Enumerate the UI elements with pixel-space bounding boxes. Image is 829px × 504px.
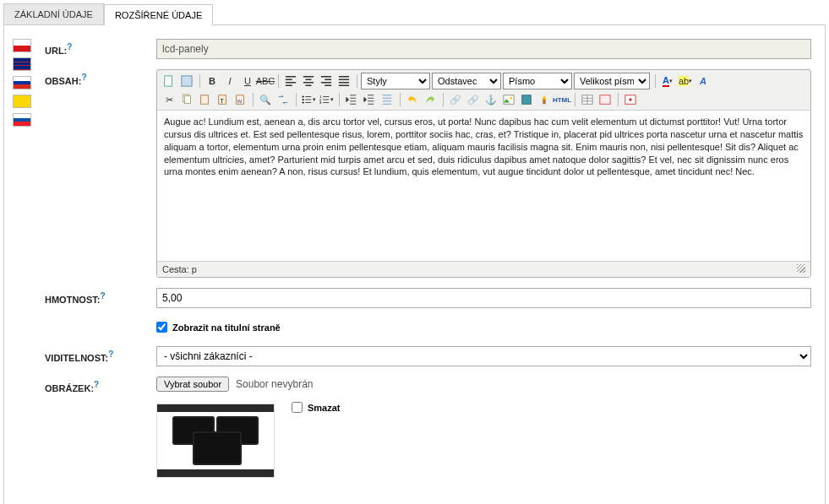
label-viditelnost: VIDITELNOST:? (45, 346, 156, 363)
blockquote-icon[interactable] (379, 91, 395, 108)
align-right-icon[interactable] (318, 73, 335, 89)
tab-extended[interactable]: ROZŠÍŘENÉ ÚDAJE (104, 4, 213, 25)
replace-icon[interactable] (275, 91, 292, 108)
indent-icon[interactable] (361, 91, 378, 108)
language-flags (13, 39, 36, 488)
file-select-button[interactable]: Vybrat soubor (156, 377, 229, 392)
image-icon[interactable] (500, 91, 517, 108)
align-left-icon[interactable] (282, 73, 299, 89)
paste-text-icon[interactable]: T (214, 91, 231, 108)
rich-text-editor: B I U ABC Styly Odstavec P (156, 69, 811, 278)
bold-icon[interactable]: B (204, 73, 221, 89)
highlight-icon[interactable]: ab▾ (677, 73, 694, 89)
flag-sk[interactable] (13, 113, 31, 127)
tab-basic[interactable]: ZÁKLADNÍ ÚDAJE (3, 3, 104, 24)
flag-cz[interactable] (13, 39, 31, 52)
del-row-icon[interactable] (597, 91, 614, 108)
svg-text:T: T (220, 98, 224, 104)
tab-bar: ZÁKLADNÍ ÚDAJE ROZŠÍŘENÉ ÚDAJE (3, 3, 826, 25)
svg-text:W: W (237, 98, 243, 104)
label-obsah: OBSAH:? (45, 69, 156, 86)
strike-icon[interactable]: ABC (257, 73, 274, 89)
smazat-label: Smazat (308, 403, 341, 413)
text-color-icon[interactable]: A▾ (659, 73, 676, 89)
hmotnost-input[interactable] (156, 288, 811, 308)
clear-format-icon[interactable]: A (695, 73, 712, 89)
table-icon[interactable] (579, 91, 596, 108)
viditelnost-select[interactable]: - všichni zákazníci - (156, 346, 811, 366)
svg-point-10 (303, 99, 304, 100)
font-select[interactable]: Písmo (503, 73, 572, 89)
flag-en[interactable] (13, 57, 31, 71)
paste-icon[interactable] (196, 91, 213, 108)
cleanup-icon[interactable] (536, 91, 553, 108)
label-obrazek: OBRÁZEK:? (45, 377, 156, 393)
svg-rect-0 (165, 76, 172, 86)
paste-word-icon[interactable]: W (232, 91, 248, 108)
svg-point-11 (303, 101, 304, 103)
html-icon[interactable]: HTML (554, 91, 570, 108)
svg-rect-20 (600, 95, 610, 105)
svg-rect-18 (543, 100, 546, 104)
zobrazit-checkbox[interactable] (156, 322, 167, 333)
underline-icon[interactable]: U (239, 73, 256, 89)
ul-icon[interactable]: ▾ (300, 91, 317, 108)
editor-path: Cesta: p (162, 264, 197, 274)
editor-statusbar: Cesta: p (157, 261, 810, 277)
link-icon[interactable]: 🔗 (447, 91, 464, 108)
help-icon[interactable]: ? (108, 350, 113, 359)
align-justify-icon[interactable] (335, 73, 352, 89)
help-icon[interactable]: ? (67, 42, 72, 51)
flag-ua[interactable] (13, 95, 31, 108)
unlink-icon[interactable]: 🔗 (465, 91, 482, 108)
svg-text:3: 3 (319, 100, 322, 105)
cut-icon[interactable]: ✂ (161, 91, 177, 108)
label-url: URL:? (45, 39, 156, 56)
url-input[interactable] (156, 39, 811, 59)
zobrazit-label: Zobrazit na titulní straně (172, 322, 281, 333)
svg-rect-17 (522, 95, 532, 105)
panel-extended: URL:? OBSAH:? B I U ABC (3, 25, 826, 504)
paragraph-select[interactable]: Odstavec (432, 73, 501, 89)
svg-rect-3 (184, 96, 190, 104)
italic-icon[interactable]: I (221, 73, 238, 89)
svg-point-16 (510, 97, 512, 100)
outdent-icon[interactable] (343, 91, 360, 108)
resize-handle[interactable] (797, 264, 805, 273)
redo-icon[interactable] (422, 91, 439, 108)
styles-select[interactable]: Styly (361, 73, 430, 89)
fullscreen-icon[interactable] (178, 73, 195, 89)
ol-icon[interactable]: 123▾ (318, 91, 335, 108)
copy-icon[interactable] (178, 91, 195, 108)
new-doc-icon[interactable] (161, 73, 177, 89)
smazat-checkbox[interactable] (292, 402, 303, 413)
media-icon[interactable] (518, 91, 535, 108)
align-center-icon[interactable] (300, 73, 317, 89)
help-icon[interactable]: ? (100, 291, 105, 301)
editor-toolbar: B I U ABC Styly Odstavec P (157, 70, 810, 110)
help-icon[interactable]: ? (94, 380, 99, 389)
fontsize-select[interactable]: Velikost písma (574, 73, 650, 89)
anchor-icon[interactable]: ⚓ (483, 91, 499, 108)
preview-icon[interactable] (622, 91, 639, 108)
image-preview (156, 404, 275, 478)
svg-rect-4 (201, 95, 209, 105)
svg-rect-1 (182, 76, 192, 86)
svg-point-9 (303, 95, 304, 97)
svg-rect-15 (504, 95, 514, 105)
flag-ru[interactable] (13, 76, 31, 89)
file-status: Soubor nevybrán (236, 378, 313, 390)
label-hmotnost: HMOTNOST:? (45, 288, 156, 305)
help-icon[interactable]: ? (81, 73, 86, 82)
find-icon[interactable]: 🔍 (257, 91, 274, 108)
undo-icon[interactable] (404, 91, 421, 108)
svg-point-22 (629, 98, 632, 101)
editor-content[interactable]: Augue ac! Lundium est, aenean a, dis arc… (157, 111, 810, 261)
